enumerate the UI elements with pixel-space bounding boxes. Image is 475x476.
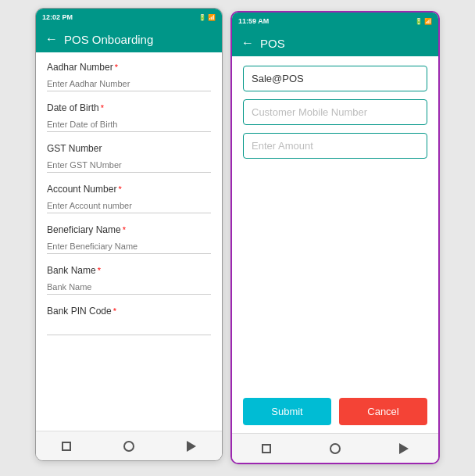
bank-pin-input[interactable]: [47, 320, 211, 335]
left-nav-circle-icon[interactable]: [123, 441, 134, 452]
right-nav-triangle-icon[interactable]: [399, 443, 409, 454]
bank-name-input[interactable]: [47, 280, 211, 295]
beneficiary-required: *: [123, 225, 126, 234]
action-buttons-row: Submit Cancel: [232, 390, 438, 433]
cancel-button[interactable]: Cancel: [339, 398, 427, 425]
beneficiary-input[interactable]: [47, 239, 211, 254]
bank-pin-label: Bank PIN Code *: [47, 306, 211, 317]
beneficiary-field: Beneficiary Name *: [47, 224, 211, 254]
dob-input[interactable]: [47, 117, 211, 132]
left-time: 12:02 PM: [42, 13, 73, 21]
left-app-header: ← POS Onboarding: [36, 26, 222, 52]
aadhar-label: Aadhar Number *: [47, 62, 211, 73]
right-phone: 11:59 AM 🔋 📶 ← POS Submit Cancel: [230, 11, 440, 464]
beneficiary-label: Beneficiary Name *: [47, 224, 211, 235]
right-bottom-nav: [232, 433, 438, 463]
spacer: [243, 166, 427, 381]
submit-button[interactable]: Submit: [243, 398, 331, 425]
right-nav-square-icon[interactable]: [262, 444, 271, 453]
account-label: Account Number *: [47, 184, 211, 195]
right-back-button[interactable]: ←: [241, 36, 254, 50]
app-container: 12:02 PM 🔋 📶 ← POS Onboarding Aadhar Num…: [0, 0, 475, 476]
dob-label: Date of Birth *: [47, 102, 211, 113]
right-nav-circle-icon[interactable]: [330, 443, 341, 454]
left-nav-triangle-icon[interactable]: [187, 441, 196, 452]
amount-input[interactable]: [243, 133, 427, 159]
left-phone: 12:02 PM 🔋 📶 ← POS Onboarding Aadhar Num…: [35, 8, 223, 461]
bank-name-label: Bank Name *: [47, 265, 211, 276]
account-required: *: [118, 184, 121, 194]
mobile-number-input[interactable]: [243, 99, 427, 125]
bank-name-field: Bank Name *: [47, 265, 211, 295]
right-status-bar: 11:59 AM 🔋 📶: [232, 13, 438, 30]
right-status-icons: 🔋 📶: [415, 18, 432, 25]
left-page-title: POS Onboarding: [64, 33, 153, 46]
aadhar-required: *: [115, 63, 118, 72]
account-input[interactable]: [47, 199, 211, 213]
sale-pos-input[interactable]: [243, 66, 427, 91]
bank-name-required: *: [98, 266, 101, 275]
gst-input[interactable]: [47, 158, 211, 173]
left-status-icons: 🔋 📶: [198, 14, 216, 21]
left-back-button[interactable]: ←: [45, 32, 58, 46]
left-form-content: Aadhar Number * Date of Birth * GST Numb…: [36, 52, 222, 431]
left-bottom-nav: [36, 431, 222, 460]
aadhar-input[interactable]: [47, 77, 211, 91]
right-page-title: POS: [260, 37, 285, 50]
bank-pin-field: Bank PIN Code *: [47, 306, 211, 335]
right-time: 11:59 AM: [238, 17, 269, 25]
dob-required: *: [101, 103, 104, 113]
left-status-bar: 12:02 PM 🔋 📶: [36, 9, 222, 26]
aadhar-field: Aadhar Number *: [47, 62, 211, 91]
left-nav-square-icon[interactable]: [62, 442, 71, 451]
right-app-header: ← POS: [232, 30, 438, 56]
account-field: Account Number *: [47, 184, 211, 213]
gst-label: GST Number: [47, 143, 211, 154]
dob-field: Date of Birth *: [47, 102, 211, 132]
bank-pin-required: *: [113, 306, 116, 316]
pos-form-content: [232, 56, 438, 390]
gst-field: GST Number: [47, 143, 211, 173]
